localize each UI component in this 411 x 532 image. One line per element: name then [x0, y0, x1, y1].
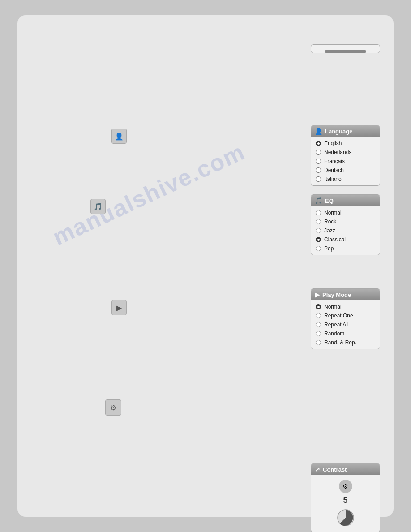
- playmode-icon-left: ▶: [111, 300, 127, 315]
- language-panel: 👤 Language English Nederlands Français D…: [311, 125, 380, 186]
- eq-option-jazz[interactable]: Jazz: [311, 226, 380, 235]
- language-radio-italiano: [316, 176, 321, 182]
- playmode-radio-normal: [316, 304, 321, 309]
- contrast-icon-left: ⚙: [105, 399, 121, 416]
- playmode-label-repeat-all: Repeat All: [324, 322, 349, 328]
- language-header-icon: 👤: [315, 128, 322, 135]
- language-radio-francais: [316, 159, 321, 164]
- eq-radio-normal: [316, 210, 321, 215]
- language-title: Language: [325, 128, 352, 135]
- eq-label-normal: Normal: [324, 210, 342, 216]
- playmode-header-icon: ▶: [315, 291, 320, 298]
- playmode-options: Normal Repeat One Repeat All Random Rand…: [311, 300, 380, 349]
- contrast-panel: ↗ Contrast ⚙ 5: [311, 463, 380, 532]
- watermark: manualshive.com: [48, 138, 249, 250]
- contrast-value: 5: [343, 496, 347, 505]
- playmode-option-normal[interactable]: Normal: [311, 302, 380, 311]
- language-icon-left: 👤: [111, 129, 127, 144]
- contrast-header: ↗ Contrast: [311, 463, 380, 475]
- language-option-francais[interactable]: Français: [311, 157, 380, 166]
- language-option-english[interactable]: English: [311, 139, 380, 148]
- language-options: English Nederlands Français Deutsch Ital…: [311, 137, 380, 185]
- eq-label-jazz: Jazz: [324, 227, 335, 234]
- playmode-label-normal: Normal: [324, 304, 342, 310]
- playmode-radio-rand-rep: [316, 340, 321, 345]
- eq-title: EQ: [325, 197, 334, 204]
- language-small-icon: 👤: [115, 132, 124, 141]
- playmode-label-rand-rep: Rand. & Rep.: [324, 339, 356, 346]
- eq-label-rock: Rock: [324, 219, 336, 225]
- eq-label-pop: Pop: [324, 245, 334, 252]
- playmode-radio-random: [316, 331, 321, 336]
- language-option-nederlands[interactable]: Nederlands: [311, 148, 380, 157]
- language-label-english: English: [324, 140, 342, 146]
- language-label-italiano: Italiano: [324, 176, 342, 182]
- playmode-option-repeat-all[interactable]: Repeat All: [311, 320, 380, 329]
- contrast-title: Contrast: [323, 466, 347, 473]
- eq-icon-left: 🎵: [90, 199, 106, 214]
- language-option-deutsch[interactable]: Deutsch: [311, 166, 380, 175]
- eq-option-normal[interactable]: Normal: [311, 208, 380, 217]
- playmode-radio-repeat-one: [316, 313, 321, 318]
- eq-options: Normal Rock Jazz Classical Pop: [311, 206, 380, 255]
- language-label-francais: Français: [324, 158, 345, 164]
- eq-panel: 🎵 EQ Normal Rock Jazz Classical Pop: [311, 194, 380, 255]
- language-radio-nederlands: [316, 150, 321, 155]
- playmode-header: ▶ Play Mode: [311, 289, 380, 300]
- playmode-small-icon: ▶: [116, 304, 122, 312]
- language-header: 👤 Language: [311, 125, 380, 137]
- eq-small-icon: 🎵: [94, 202, 103, 211]
- playmode-label-repeat-one: Repeat One: [324, 313, 353, 319]
- page: manualshive.com Settings ★ 👤 👤 Language …: [17, 15, 394, 517]
- contrast-small-icon-left: ⚙: [110, 403, 116, 412]
- playmode-panel: ▶ Play Mode Normal Repeat One Repeat All…: [311, 288, 380, 349]
- contrast-body: ⚙ 5: [311, 475, 380, 532]
- playmode-option-rand-rep[interactable]: Rand. & Rep.: [311, 338, 380, 347]
- playmode-radio-repeat-all: [316, 322, 321, 327]
- language-option-italiano[interactable]: Italiano: [311, 175, 380, 184]
- playmode-option-random[interactable]: Random: [311, 329, 380, 338]
- language-label-nederlands: Nederlands: [324, 149, 351, 155]
- eq-radio-jazz: [316, 228, 321, 233]
- eq-option-pop[interactable]: Pop: [311, 244, 380, 253]
- eq-option-classical[interactable]: Classical: [311, 235, 380, 244]
- eq-option-rock[interactable]: Rock: [311, 217, 380, 226]
- playmode-title: Play Mode: [322, 292, 351, 298]
- contrast-gear-icon: ⚙: [339, 480, 352, 493]
- playmode-label-random: Random: [324, 330, 344, 337]
- contrast-pie-chart: [336, 508, 355, 528]
- eq-label-classical: Classical: [324, 236, 346, 243]
- language-radio-english: [316, 141, 321, 146]
- settings-panel: Settings ★: [311, 44, 380, 53]
- eq-header-icon: 🎵: [315, 197, 322, 204]
- language-label-deutsch: Deutsch: [324, 167, 344, 173]
- eq-radio-classical: [316, 237, 321, 242]
- eq-radio-pop: [316, 246, 321, 251]
- eq-radio-rock: [316, 219, 321, 224]
- settings-title-bar: [325, 50, 366, 53]
- language-radio-deutsch: [316, 167, 321, 173]
- contrast-header-icon: ↗: [315, 466, 320, 473]
- eq-header: 🎵 EQ: [311, 195, 380, 206]
- playmode-option-repeat-one[interactable]: Repeat One: [311, 311, 380, 320]
